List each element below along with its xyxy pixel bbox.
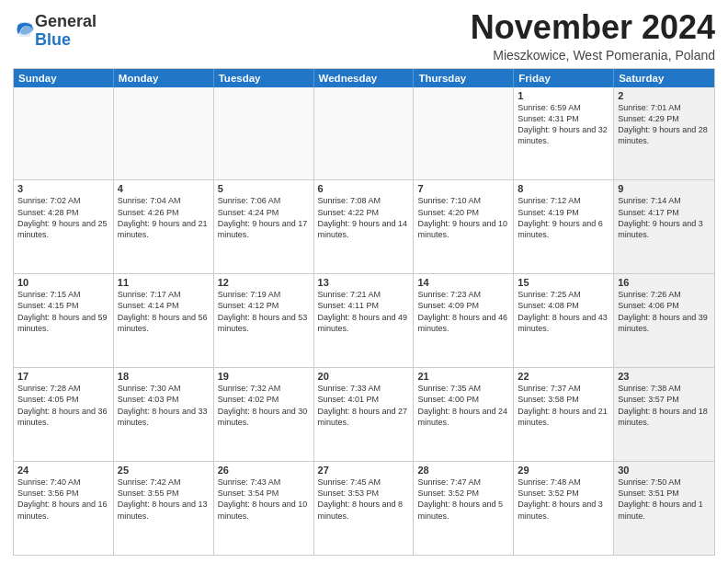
calendar-header-day: Friday (514, 69, 614, 87)
calendar-cell: 1Sunrise: 6:59 AM Sunset: 4:31 PM Daylig… (514, 87, 614, 180)
cell-info: Sunrise: 6:59 AM Sunset: 4:31 PM Dayligh… (518, 102, 609, 147)
day-number: 10 (17, 277, 109, 288)
calendar-cell: 22Sunrise: 7:37 AM Sunset: 3:58 PM Dayli… (514, 368, 614, 461)
cell-info: Sunrise: 7:19 AM Sunset: 4:12 PM Dayligh… (218, 289, 310, 334)
calendar-cell: 15Sunrise: 7:25 AM Sunset: 4:08 PM Dayli… (514, 274, 614, 367)
cell-info: Sunrise: 7:01 AM Sunset: 4:29 PM Dayligh… (618, 102, 711, 147)
day-number: 24 (17, 465, 109, 476)
cell-info: Sunrise: 7:28 AM Sunset: 4:05 PM Dayligh… (17, 383, 109, 428)
cell-info: Sunrise: 7:33 AM Sunset: 4:01 PM Dayligh… (318, 383, 410, 428)
cell-info: Sunrise: 7:48 AM Sunset: 3:52 PM Dayligh… (518, 477, 609, 522)
calendar-cell: 23Sunrise: 7:38 AM Sunset: 3:57 PM Dayli… (614, 368, 714, 461)
calendar-cell: 28Sunrise: 7:47 AM Sunset: 3:52 PM Dayli… (414, 462, 514, 555)
calendar-row: 3Sunrise: 7:02 AM Sunset: 4:28 PM Daylig… (14, 180, 714, 274)
calendar-header-day: Sunday (14, 69, 114, 87)
day-number: 17 (17, 371, 109, 382)
calendar: SundayMondayTuesdayWednesdayThursdayFrid… (13, 68, 715, 556)
calendar-cell: 18Sunrise: 7:30 AM Sunset: 4:03 PM Dayli… (114, 368, 214, 461)
day-number: 27 (318, 465, 410, 476)
cell-info: Sunrise: 7:21 AM Sunset: 4:11 PM Dayligh… (318, 289, 410, 334)
calendar-cell (314, 87, 415, 180)
cell-info: Sunrise: 7:17 AM Sunset: 4:14 PM Dayligh… (118, 289, 210, 334)
day-number: 19 (218, 371, 310, 382)
cell-info: Sunrise: 7:12 AM Sunset: 4:19 PM Dayligh… (518, 195, 609, 240)
calendar-row: 17Sunrise: 7:28 AM Sunset: 4:05 PM Dayli… (14, 368, 714, 462)
day-number: 20 (318, 371, 410, 382)
calendar-cell: 24Sunrise: 7:40 AM Sunset: 3:56 PM Dayli… (14, 462, 114, 555)
day-number: 4 (118, 183, 210, 194)
header: General Blue November 2024 Mieszkowice, … (13, 9, 715, 63)
calendar-cell (414, 87, 514, 180)
calendar-cell: 2Sunrise: 7:01 AM Sunset: 4:29 PM Daylig… (614, 87, 714, 180)
calendar-cell: 9Sunrise: 7:14 AM Sunset: 4:17 PM Daylig… (614, 180, 714, 273)
calendar-cell: 7Sunrise: 7:10 AM Sunset: 4:20 PM Daylig… (414, 180, 514, 273)
calendar-row: 24Sunrise: 7:40 AM Sunset: 3:56 PM Dayli… (14, 462, 714, 555)
day-number: 23 (618, 371, 711, 382)
calendar-row: 10Sunrise: 7:15 AM Sunset: 4:15 PM Dayli… (14, 274, 714, 368)
calendar-cell: 20Sunrise: 7:33 AM Sunset: 4:01 PM Dayli… (314, 368, 415, 461)
day-number: 6 (318, 183, 410, 194)
calendar-cell: 19Sunrise: 7:32 AM Sunset: 4:02 PM Dayli… (214, 368, 314, 461)
calendar-cell: 29Sunrise: 7:48 AM Sunset: 3:52 PM Dayli… (514, 462, 614, 555)
day-number: 11 (118, 277, 210, 288)
cell-info: Sunrise: 7:42 AM Sunset: 3:55 PM Dayligh… (118, 477, 210, 522)
day-number: 2 (618, 90, 711, 101)
month-title: November 2024 (471, 9, 715, 46)
calendar-cell: 27Sunrise: 7:45 AM Sunset: 3:53 PM Dayli… (314, 462, 415, 555)
calendar-cell: 12Sunrise: 7:19 AM Sunset: 4:12 PM Dayli… (214, 274, 314, 367)
logo-blue: Blue (35, 30, 71, 49)
calendar-cell: 6Sunrise: 7:08 AM Sunset: 4:22 PM Daylig… (314, 180, 415, 273)
cell-info: Sunrise: 7:26 AM Sunset: 4:06 PM Dayligh… (618, 289, 711, 334)
calendar-cell (14, 87, 114, 180)
day-number: 25 (118, 465, 210, 476)
day-number: 13 (318, 277, 410, 288)
cell-info: Sunrise: 7:43 AM Sunset: 3:54 PM Dayligh… (218, 477, 310, 522)
page: General Blue November 2024 Mieszkowice, … (0, 0, 728, 563)
cell-info: Sunrise: 7:40 AM Sunset: 3:56 PM Dayligh… (17, 477, 109, 522)
location: Mieszkowice, West Pomerania, Poland (471, 48, 715, 63)
cell-info: Sunrise: 7:10 AM Sunset: 4:20 PM Dayligh… (417, 195, 509, 240)
day-number: 1 (518, 90, 609, 101)
calendar-body: 1Sunrise: 6:59 AM Sunset: 4:31 PM Daylig… (14, 87, 714, 555)
calendar-cell (214, 87, 314, 180)
calendar-cell: 25Sunrise: 7:42 AM Sunset: 3:55 PM Dayli… (114, 462, 214, 555)
logo-icon (15, 19, 35, 40)
calendar-cell: 4Sunrise: 7:04 AM Sunset: 4:26 PM Daylig… (114, 180, 214, 273)
cell-info: Sunrise: 7:45 AM Sunset: 3:53 PM Dayligh… (318, 477, 410, 522)
cell-info: Sunrise: 7:35 AM Sunset: 4:00 PM Dayligh… (417, 383, 509, 428)
calendar-cell: 3Sunrise: 7:02 AM Sunset: 4:28 PM Daylig… (14, 180, 114, 273)
day-number: 29 (518, 465, 609, 476)
logo-text: General Blue (35, 13, 97, 50)
calendar-cell: 17Sunrise: 7:28 AM Sunset: 4:05 PM Dayli… (14, 368, 114, 461)
cell-info: Sunrise: 7:04 AM Sunset: 4:26 PM Dayligh… (118, 195, 210, 240)
calendar-header-day: Thursday (414, 69, 514, 87)
day-number: 5 (218, 183, 310, 194)
cell-info: Sunrise: 7:38 AM Sunset: 3:57 PM Dayligh… (618, 383, 711, 428)
calendar-cell: 5Sunrise: 7:06 AM Sunset: 4:24 PM Daylig… (214, 180, 314, 273)
cell-info: Sunrise: 7:02 AM Sunset: 4:28 PM Dayligh… (17, 195, 109, 240)
cell-info: Sunrise: 7:15 AM Sunset: 4:15 PM Dayligh… (17, 289, 109, 334)
calendar-cell: 11Sunrise: 7:17 AM Sunset: 4:14 PM Dayli… (114, 274, 214, 367)
calendar-header-day: Monday (114, 69, 214, 87)
cell-info: Sunrise: 7:32 AM Sunset: 4:02 PM Dayligh… (218, 383, 310, 428)
day-number: 3 (17, 183, 109, 194)
day-number: 28 (417, 465, 509, 476)
logo: General Blue (13, 13, 97, 50)
day-number: 14 (417, 277, 509, 288)
title-block: November 2024 Mieszkowice, West Pomerani… (471, 9, 715, 63)
calendar-cell: 21Sunrise: 7:35 AM Sunset: 4:00 PM Dayli… (414, 368, 514, 461)
cell-info: Sunrise: 7:08 AM Sunset: 4:22 PM Dayligh… (318, 195, 410, 240)
day-number: 7 (417, 183, 509, 194)
cell-info: Sunrise: 7:47 AM Sunset: 3:52 PM Dayligh… (417, 477, 509, 522)
calendar-header-day: Wednesday (314, 69, 415, 87)
day-number: 12 (218, 277, 310, 288)
cell-info: Sunrise: 7:14 AM Sunset: 4:17 PM Dayligh… (618, 195, 711, 240)
calendar-cell: 13Sunrise: 7:21 AM Sunset: 4:11 PM Dayli… (314, 274, 415, 367)
cell-info: Sunrise: 7:37 AM Sunset: 3:58 PM Dayligh… (518, 383, 609, 428)
calendar-header-day: Tuesday (214, 69, 314, 87)
cell-info: Sunrise: 7:23 AM Sunset: 4:09 PM Dayligh… (417, 289, 509, 334)
day-number: 9 (618, 183, 711, 194)
calendar-header-day: Saturday (614, 69, 714, 87)
cell-info: Sunrise: 7:30 AM Sunset: 4:03 PM Dayligh… (118, 383, 210, 428)
day-number: 21 (417, 371, 509, 382)
